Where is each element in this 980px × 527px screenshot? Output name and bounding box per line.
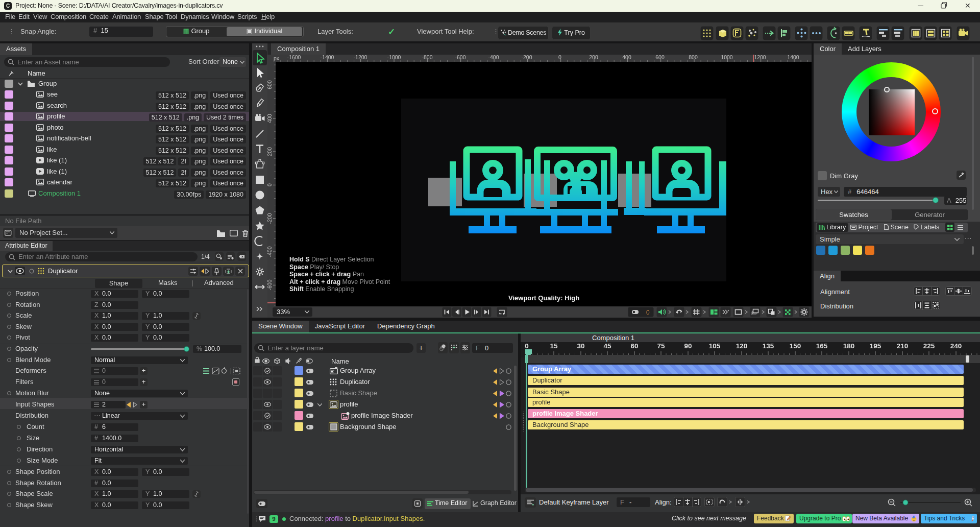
svg-text:135: 135 bbox=[763, 342, 774, 350]
svg-text:-200: -200 bbox=[521, 55, 532, 60]
svg-text:-600: -600 bbox=[455, 55, 465, 60]
svg-text:-200: -200 bbox=[267, 213, 273, 224]
svg-text:400: 400 bbox=[267, 114, 273, 123]
svg-text:165: 165 bbox=[816, 342, 828, 350]
svg-text:-1200: -1200 bbox=[354, 55, 368, 60]
svg-text:400: 400 bbox=[622, 55, 631, 60]
svg-text:45: 45 bbox=[603, 342, 611, 350]
svg-text:195: 195 bbox=[870, 342, 881, 350]
svg-text:0: 0 bbox=[525, 342, 529, 350]
svg-text:600: 600 bbox=[267, 80, 273, 89]
svg-text:15: 15 bbox=[550, 342, 558, 350]
svg-text:800: 800 bbox=[689, 55, 698, 60]
svg-text:-400: -400 bbox=[267, 246, 273, 257]
svg-text:200: 200 bbox=[589, 55, 598, 60]
svg-text:225: 225 bbox=[923, 342, 935, 350]
svg-text:90: 90 bbox=[684, 342, 692, 350]
svg-text:0: 0 bbox=[646, 309, 650, 316]
svg-text:1400: 1400 bbox=[787, 55, 799, 60]
svg-text:210: 210 bbox=[897, 342, 909, 350]
svg-text:60: 60 bbox=[630, 342, 638, 350]
svg-text:150: 150 bbox=[790, 342, 801, 350]
svg-text:Name: Name bbox=[331, 357, 349, 365]
svg-text:105: 105 bbox=[709, 342, 721, 350]
svg-text:-600: -600 bbox=[267, 279, 273, 290]
svg-text:30: 30 bbox=[577, 342, 584, 350]
svg-text:600: 600 bbox=[655, 55, 665, 60]
svg-text:200: 200 bbox=[267, 147, 273, 156]
svg-text:-400: -400 bbox=[488, 55, 499, 60]
svg-text:1200: 1200 bbox=[754, 55, 766, 60]
svg-text:120: 120 bbox=[736, 342, 748, 350]
svg-text:0: 0 bbox=[267, 183, 273, 186]
svg-text:240: 240 bbox=[950, 342, 962, 350]
svg-text:75: 75 bbox=[657, 342, 665, 350]
svg-text:1000: 1000 bbox=[721, 55, 733, 60]
svg-text:180: 180 bbox=[843, 342, 855, 350]
